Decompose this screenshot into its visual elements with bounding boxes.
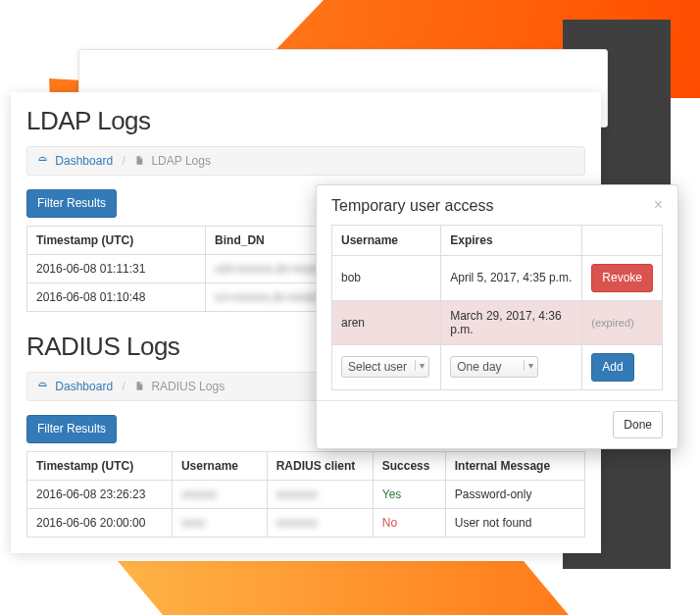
table-row: 2016-06-06 20:00:00 xxxx xxxxxxx No User… (27, 508, 585, 537)
radius-col-username: Username (172, 451, 267, 480)
add-button[interactable]: Add (591, 353, 633, 382)
bg-orange-bottom (118, 561, 569, 615)
cell-username: xxxxxx (172, 480, 267, 508)
cell-expires: April 5, 2017, 4:35 p.m. (441, 256, 582, 301)
cell-timestamp: 2016-06-08 23:26:23 (27, 480, 173, 508)
expired-label: (expired) (591, 317, 633, 329)
temp-access-table: Username Expires bob April 5, 2017, 4:35… (331, 225, 663, 390)
cell-username: bob (332, 256, 441, 301)
ldap-title: LDAP Logs (26, 106, 585, 136)
col-username: Username (332, 226, 441, 256)
cell-username: aren (332, 300, 441, 344)
document-icon (134, 380, 144, 393)
close-icon[interactable]: × (654, 197, 663, 213)
dashboard-icon (37, 154, 48, 168)
cell-timestamp: 2016-06-08 01:10:48 (27, 282, 206, 311)
select-user-dropdown[interactable]: Select user (341, 356, 429, 378)
cell-select-user: Select user (332, 344, 441, 389)
radius-col-client: RADIUS client (267, 451, 373, 480)
cell-timestamp: 2016-06-08 01:11:31 (27, 254, 206, 282)
done-button[interactable]: Done (613, 411, 663, 439)
breadcrumb-dashboard-link[interactable]: Dashboard (55, 380, 113, 393)
table-row-add: Select user One day Add (332, 344, 663, 389)
table-row-expired: aren March 29, 2017, 4:36 p.m. (expired) (332, 300, 663, 344)
col-expires: Expires (441, 226, 582, 256)
radius-table: Timestamp (UTC) Username RADIUS client S… (26, 451, 585, 538)
ldap-filter-button[interactable]: Filter Results (26, 189, 117, 218)
breadcrumb-separator: / (122, 154, 125, 168)
breadcrumb-separator: / (122, 380, 125, 393)
modal-body: Username Expires bob April 5, 2017, 4:35… (317, 225, 677, 400)
breadcrumb-current: RADIUS Logs (151, 380, 225, 393)
radius-col-message: Internal Message (445, 451, 584, 480)
cell-username: xxxx (172, 508, 267, 537)
radius-filter-button[interactable]: Filter Results (26, 415, 117, 443)
cell-timestamp: 2016-06-06 20:00:00 (27, 508, 173, 537)
modal-title: Temporary user access (331, 197, 493, 215)
cell-action: Revoke (582, 256, 663, 301)
col-action (582, 226, 663, 256)
cell-duration: One day (441, 344, 582, 389)
cell-success: No (373, 508, 445, 537)
radius-col-timestamp: Timestamp (UTC) (27, 451, 173, 480)
breadcrumb-current: LDAP Logs (151, 154, 211, 168)
cell-success: Yes (373, 480, 445, 508)
cell-expires: March 29, 2017, 4:36 p.m. (441, 300, 582, 344)
document-icon (134, 154, 144, 168)
select-duration-dropdown[interactable]: One day (450, 356, 538, 378)
table-row: bob April 5, 2017, 4:35 p.m. Revoke (332, 256, 663, 301)
cell-client: xxxxxxx (267, 508, 373, 537)
cell-message: Password-only (445, 480, 584, 508)
cell-client: xxxxxxx (267, 480, 373, 508)
dashboard-icon (37, 380, 48, 393)
table-row: 2016-06-08 23:26:23 xxxxxx xxxxxxx Yes P… (27, 480, 585, 508)
modal-header: Temporary user access × (317, 185, 677, 225)
breadcrumb-dashboard-link[interactable]: Dashboard (55, 154, 113, 168)
ldap-breadcrumb: Dashboard / LDAP Logs (26, 146, 585, 176)
cell-action: (expired) (582, 300, 663, 344)
radius-col-success: Success (373, 451, 445, 480)
revoke-button[interactable]: Revoke (591, 264, 653, 292)
ldap-col-timestamp: Timestamp (UTC) (27, 226, 206, 254)
modal-footer: Done (317, 400, 677, 449)
temp-user-access-modal: Temporary user access × Username Expires… (316, 184, 678, 449)
cell-add: Add (582, 344, 663, 389)
cell-message: User not found (445, 508, 584, 537)
